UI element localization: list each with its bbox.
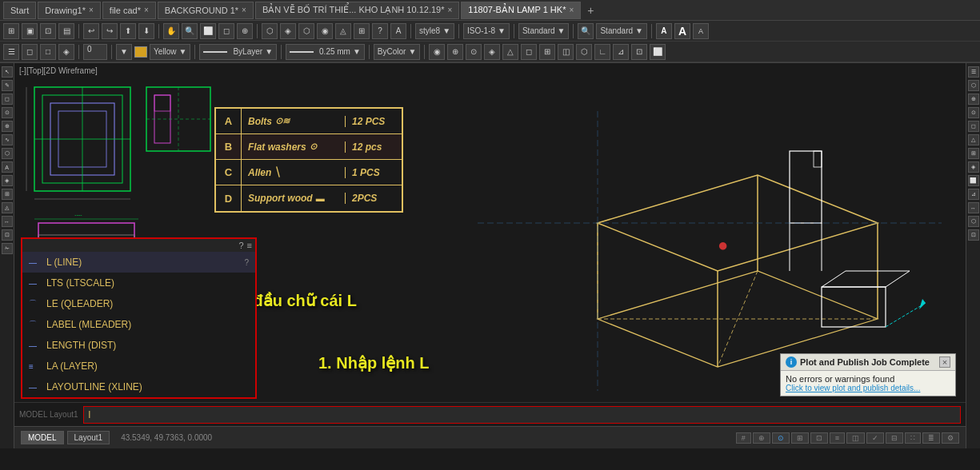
toolbar-r2-btn-10[interactable]: ∟: [594, 44, 610, 60]
tab-file-cad-close[interactable]: ×: [144, 6, 149, 14]
toolbar-btn-3[interactable]: ⊡: [40, 23, 56, 39]
text-btn-a2[interactable]: A: [674, 23, 690, 39]
left-tool-2[interactable]: ✎: [2, 80, 13, 91]
toolbar-r2-btn-13[interactable]: ⬜: [650, 44, 666, 60]
left-tool-12[interactable]: ↔: [2, 216, 13, 227]
cmd-help-btn[interactable]: ?: [238, 241, 243, 250]
toolbar-btn-11[interactable]: ⬜: [200, 23, 216, 39]
tab-ban-ve-close[interactable]: ×: [447, 6, 452, 14]
status-btn-osnap[interactable]: ≡: [830, 432, 845, 444]
layer-input[interactable]: 0: [83, 44, 107, 60]
left-tool-5[interactable]: ⊕: [2, 121, 13, 132]
layer-btn-2[interactable]: ◻: [22, 44, 38, 60]
left-tool-10[interactable]: ⊞: [2, 189, 13, 200]
status-btn-ducs[interactable]: ✓: [866, 432, 884, 444]
toolbar-r2-btn-6[interactable]: ◻: [521, 44, 537, 60]
toolbar-btn-10[interactable]: 🔍: [182, 23, 198, 39]
text-btn-a[interactable]: A: [656, 23, 672, 39]
right-tool-4[interactable]: ⊙: [968, 107, 979, 118]
cmd-menu-btn[interactable]: ≡: [247, 241, 252, 250]
lineweight-dropdown[interactable]: 0.25 mm ▼: [286, 44, 365, 60]
cmd-item-layoutline[interactable]: — LAYOUTLINE (XLINE): [22, 376, 255, 397]
right-tool-10[interactable]: ⊿: [968, 189, 979, 200]
style-dropdown[interactable]: style8 ▼: [415, 23, 454, 39]
toolbar-btn-15[interactable]: ◈: [280, 23, 296, 39]
status-btn-ortho[interactable]: ⊞: [791, 432, 809, 444]
toolbar-r2-btn-12[interactable]: ⊡: [631, 44, 647, 60]
layer-icon[interactable]: ☰: [3, 44, 19, 60]
color-swatch[interactable]: [134, 46, 147, 58]
left-tool-11[interactable]: ◬: [2, 202, 13, 213]
toolbar-btn-8[interactable]: ⬇: [138, 23, 154, 39]
status-btn-tp[interactable]: ≣: [922, 432, 940, 444]
tab-start[interactable]: Start: [3, 2, 36, 19]
toolbar-btn-1[interactable]: ⊞: [3, 23, 19, 39]
toolbar-btn-9[interactable]: ✋: [163, 23, 179, 39]
status-btn-dyn[interactable]: ⊟: [886, 432, 903, 444]
tab-ban-ve[interactable]: BẢN VẼ BỐ TRÍ THIỂ... KHO LẠNH 10.12.19*…: [255, 2, 459, 19]
left-tool-1[interactable]: ↖: [2, 66, 13, 78]
right-tool-11[interactable]: ↔: [968, 202, 979, 213]
status-btn-lw[interactable]: ∷: [905, 432, 921, 444]
toolbar-btn-16[interactable]: ⬡: [298, 23, 314, 39]
right-tool-7[interactable]: ⊞: [968, 148, 979, 159]
toolbar-btn-20[interactable]: ?: [372, 23, 388, 39]
status-btn-settings[interactable]: ⚙: [942, 432, 959, 444]
toolbar-btn-4[interactable]: ▤: [58, 23, 74, 39]
cmd-help-icon-1[interactable]: ?: [244, 258, 249, 267]
left-tool-4[interactable]: ⊙: [2, 107, 13, 118]
cmd-item-la[interactable]: ≡ LA (LAYER): [22, 356, 255, 376]
toolbar-btn-14[interactable]: ⬡: [262, 23, 278, 39]
color-dropdown[interactable]: Yellow ▼: [150, 44, 190, 60]
status-btn-snap[interactable]: ⊕: [753, 432, 770, 444]
right-tool-3[interactable]: ⊕: [968, 94, 979, 105]
toolbar-btn-18[interactable]: ◬: [335, 23, 351, 39]
cmd-item-le[interactable]: ⌒ LE (QLEADER): [22, 293, 255, 314]
right-tool-13[interactable]: ⊡: [968, 229, 979, 241]
text-btn-a3[interactable]: A: [693, 23, 709, 39]
toolbar-btn-5[interactable]: ↩: [83, 23, 99, 39]
toolbar-r2-btn-1[interactable]: ◉: [429, 44, 445, 60]
toolbar-btn-17[interactable]: ◉: [317, 23, 333, 39]
left-tool-7[interactable]: ⬡: [2, 148, 13, 159]
toolbar-btn-13[interactable]: ⊕: [237, 23, 253, 39]
toolbar-btn-21[interactable]: A: [390, 23, 406, 39]
status-btn-otrack[interactable]: ◫: [846, 432, 865, 444]
status-btn-polar[interactable]: ⊡: [810, 432, 828, 444]
tab-drawing1[interactable]: Drawing1* ×: [38, 2, 101, 19]
add-tab-button[interactable]: +: [582, 2, 598, 18]
tab-11807-close[interactable]: ×: [569, 6, 574, 14]
status-tab-layout1[interactable]: Layout1: [67, 431, 110, 444]
tab-file-cad[interactable]: file cad* ×: [102, 2, 156, 19]
status-btn-grid[interactable]: ⊙: [772, 432, 790, 444]
status-btn-hash[interactable]: #: [736, 432, 751, 444]
right-tool-6[interactable]: △: [968, 134, 979, 145]
tab-background[interactable]: BACKGROUND 1* ×: [158, 2, 254, 19]
toolbar-btn-7[interactable]: ⬆: [120, 23, 136, 39]
cmd-item-lts[interactable]: — LTS (LTSCALE): [22, 273, 255, 293]
toolbar-r2-btn-11[interactable]: ⊿: [613, 44, 629, 60]
command-line-input[interactable]: [83, 406, 961, 424]
cmd-item-line[interactable]: — L (LINE) ?: [22, 252, 255, 273]
toolbar-r2-btn-3[interactable]: ⊙: [466, 44, 482, 60]
standard-dropdown-2[interactable]: Standard ▼: [596, 23, 647, 39]
toolbar-btn-19[interactable]: ⊞: [354, 23, 370, 39]
status-tab-model[interactable]: MODEL: [21, 431, 64, 444]
toolbar-r2-btn-5[interactable]: △: [502, 44, 518, 60]
toolbar-r2-btn-2[interactable]: ⊕: [447, 44, 463, 60]
toolbar-r2-btn-9[interactable]: ⬡: [576, 44, 592, 60]
cmd-item-length[interactable]: — LENGTH (DIST): [22, 335, 255, 356]
left-tool-3[interactable]: ◻: [2, 94, 13, 105]
linetype-dropdown[interactable]: ByLayer ▼: [199, 44, 277, 60]
cmd-item-label[interactable]: ⌒ LABEL (MLEADER): [22, 314, 255, 335]
toolbar-r2-btn-4[interactable]: ◈: [484, 44, 500, 60]
right-tool-2[interactable]: ⬡: [968, 80, 979, 91]
left-tool-6[interactable]: ∿: [2, 134, 13, 145]
canvas-area[interactable]: [-][Top][2D Wireframe] ----: [14, 63, 966, 448]
layer-btn-3[interactable]: □: [40, 44, 56, 60]
tab-drawing1-close[interactable]: ×: [89, 6, 94, 14]
tab-11807[interactable]: 11807-BẢN LAMP 1 HK* ×: [461, 2, 581, 19]
left-tool-9[interactable]: ◈: [2, 175, 13, 186]
right-tool-1[interactable]: ☰: [968, 66, 979, 78]
left-tool-14[interactable]: ✁: [2, 243, 13, 254]
